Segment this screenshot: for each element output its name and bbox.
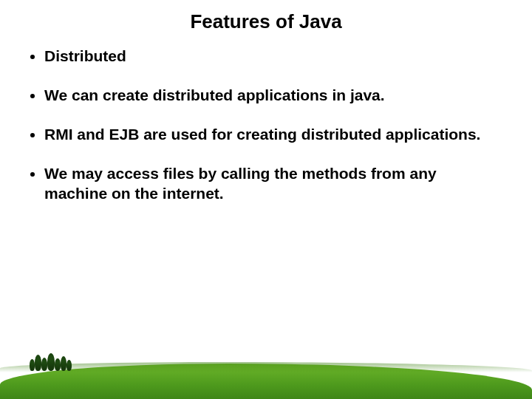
footer-landscape-decoration [0,332,532,399]
bullet-list: Distributed We can create distributed ap… [22,47,510,203]
tree-icon [61,356,66,371]
tree-icon [55,358,61,371]
tree-icon [47,353,55,371]
slide-title: Features of Java [22,10,510,33]
grass-shadow [0,362,532,372]
hill-front [0,364,532,399]
slide: Features of Java Distributed We can crea… [0,0,532,399]
hill-back [0,346,532,399]
bullet-item: We can create distributed applications i… [44,86,510,106]
bullet-item: Distributed [44,47,510,66]
tree-cluster-icon [30,350,74,371]
tree-icon [35,355,41,371]
tree-icon [66,360,72,371]
bullet-item: RMI and EJB are used for creating distri… [44,125,510,145]
tree-icon [41,358,47,371]
bullet-item: We may access files by calling the metho… [44,164,510,204]
tree-icon [30,359,35,371]
